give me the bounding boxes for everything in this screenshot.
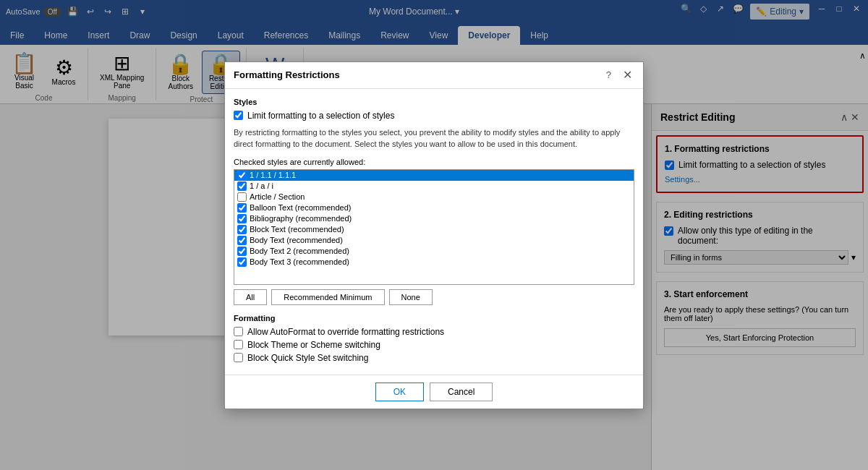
style-label: 1 / 1.1 / 1.1.1 [250, 171, 296, 179]
modal-overlay: Formatting Restrictions ? ✕ Styles Limit… [0, 0, 868, 470]
formatting-section: Formatting Allow AutoFormat to override … [234, 314, 634, 363]
recommended-minimum-btn[interactable]: Recommended Minimum [271, 289, 384, 305]
style-checkbox[interactable] [237, 247, 247, 256]
modal-close-btn[interactable]: ✕ [620, 68, 634, 82]
autoformat-label: Allow AutoFormat to override formatting … [247, 327, 444, 337]
style-checkbox[interactable] [237, 257, 247, 267]
style-item[interactable]: Body Text 3 (recommended) [234, 257, 634, 268]
modal-limit-checkbox[interactable] [234, 111, 243, 120]
style-item[interactable]: Balloon Text (recommended) [234, 202, 634, 213]
modal-title: Formatting Restrictions [234, 69, 340, 80]
styles-section-label: Styles [234, 98, 634, 106]
modal-help-icon[interactable]: ? [606, 69, 611, 80]
style-label: Bibliography (recommended) [250, 214, 352, 223]
style-label: Body Text 2 (recommended) [250, 247, 349, 255]
style-label: Body Text (recommended) [250, 236, 343, 244]
style-item[interactable]: 1 / 1.1 / 1.1.1 [234, 170, 634, 181]
style-label: Article / Section [250, 192, 305, 201]
style-label: Block Text (recommended) [250, 225, 344, 234]
modal-footer: OK Cancel [225, 375, 643, 409]
styles-list: 1 / 1.1 / 1.1.1 1 / a / i Article / Sect… [234, 170, 634, 268]
styles-list-container: 1 / 1.1 / 1.1.1 1 / a / i Article / Sect… [234, 169, 634, 285]
autoformat-checkbox[interactable] [234, 327, 243, 336]
modal-limit-label: Limit formatting to a selection of style… [247, 111, 394, 121]
style-item[interactable]: Bibliography (recommended) [234, 213, 634, 224]
block-quickstyle-row: Block Quick Style Set switching [234, 353, 634, 363]
style-item[interactable]: Body Text 2 (recommended) [234, 246, 634, 257]
formatting-section-label: Formatting [234, 314, 634, 322]
styles-buttons: All Recommended Minimum None [234, 289, 634, 305]
style-checkbox[interactable] [237, 192, 247, 202]
style-label: 1 / a / i [250, 181, 273, 190]
cancel-btn[interactable]: Cancel [430, 383, 493, 401]
all-btn[interactable]: All [234, 289, 267, 305]
style-checkbox[interactable] [237, 203, 247, 213]
none-btn[interactable]: None [389, 289, 433, 305]
style-checkbox[interactable] [237, 236, 247, 245]
style-checkbox[interactable] [237, 181, 247, 191]
style-label: Body Text 3 (recommended) [250, 257, 349, 266]
modal-limit-row: Limit formatting to a selection of style… [234, 111, 634, 121]
autoformat-row: Allow AutoFormat to override formatting … [234, 327, 634, 337]
block-theme-label: Block Theme or Scheme switching [247, 340, 380, 350]
ok-btn[interactable]: OK [375, 383, 424, 401]
style-label: Balloon Text (recommended) [250, 203, 351, 212]
block-theme-row: Block Theme or Scheme switching [234, 340, 634, 350]
checked-styles-label: Checked styles are currently allowed: [234, 158, 634, 166]
style-checkbox[interactable] [237, 214, 247, 223]
modal-body: Styles Limit formatting to a selection o… [225, 89, 643, 375]
style-checkbox[interactable] [237, 171, 247, 180]
style-item[interactable]: 1 / a / i [234, 181, 634, 192]
modal-titlebar: Formatting Restrictions ? ✕ [225, 62, 643, 89]
block-quickstyle-checkbox[interactable] [234, 353, 243, 362]
style-item[interactable]: Body Text (recommended) [234, 235, 634, 246]
block-theme-checkbox[interactable] [234, 340, 243, 349]
style-item[interactable]: Article / Section [234, 192, 634, 202]
style-checkbox[interactable] [237, 225, 247, 234]
modal-controls: ? ✕ [606, 68, 634, 82]
style-item[interactable]: Block Text (recommended) [234, 224, 634, 235]
block-quickstyle-label: Block Quick Style Set switching [247, 353, 368, 363]
modal-description: By restricting formatting to the styles … [234, 127, 634, 150]
formatting-restrictions-dialog: Formatting Restrictions ? ✕ Styles Limit… [224, 61, 644, 409]
